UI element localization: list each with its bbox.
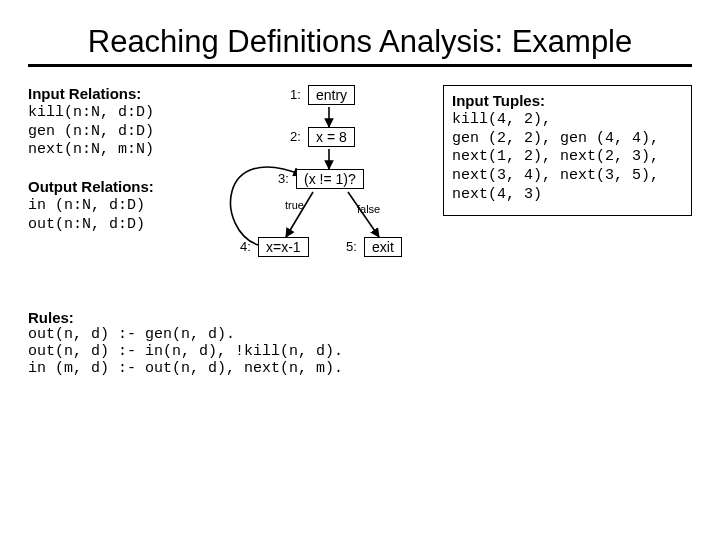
left-column: Input Relations: kill(n:N, d:D) gen (n:N… — [28, 85, 208, 295]
output-relations-block: Output Relations: in (n:N, d:D) out(n:N,… — [28, 178, 208, 234]
edge-false-label: false — [357, 203, 380, 215]
node-cond: (x != 1)? — [296, 169, 364, 189]
rules-code: out(n, d) :- gen(n, d). out(n, d) :- in(… — [28, 326, 692, 377]
output-relations-code: in (n:N, d:D) out(n:N, d:D) — [28, 197, 208, 235]
edge-true-label: true — [285, 199, 304, 211]
slide-title: Reaching Definitions Analysis: Example — [28, 24, 692, 60]
node4-id: 4: — [240, 239, 251, 254]
node5-id: 5: — [346, 239, 357, 254]
input-relations-code: kill(n:N, d:D) gen (n:N, d:D) next(n:N, … — [28, 104, 208, 160]
output-relations-header: Output Relations: — [28, 178, 208, 197]
cfg-edges — [216, 85, 431, 295]
right-column: Input Tuples: kill(4, 2), gen (2, 2), ge… — [439, 85, 692, 295]
node3-id: 3: — [278, 171, 289, 186]
node-entry: entry — [308, 85, 355, 105]
title-divider — [28, 64, 692, 67]
input-tuples-box: Input Tuples: kill(4, 2), gen (2, 2), ge… — [443, 85, 692, 216]
cfg-column: 1: entry 2: x = 8 3: (x != 1)? true fals… — [216, 85, 431, 295]
input-tuples-header: Input Tuples: — [452, 92, 683, 111]
node1-id: 1: — [290, 87, 301, 102]
input-relations-block: Input Relations: kill(n:N, d:D) gen (n:N… — [28, 85, 208, 160]
cfg-diagram: 1: entry 2: x = 8 3: (x != 1)? true fals… — [216, 85, 431, 295]
node-assign-x8: x = 8 — [308, 127, 355, 147]
node-decr: x=x-1 — [258, 237, 309, 257]
rules-block: Rules: out(n, d) :- gen(n, d). out(n, d)… — [28, 309, 692, 377]
node-exit: exit — [364, 237, 402, 257]
rules-header: Rules: — [28, 309, 74, 326]
input-tuples-code: kill(4, 2), gen (2, 2), gen (4, 4), next… — [452, 111, 683, 205]
node2-id: 2: — [290, 129, 301, 144]
input-relations-header: Input Relations: — [28, 85, 208, 104]
